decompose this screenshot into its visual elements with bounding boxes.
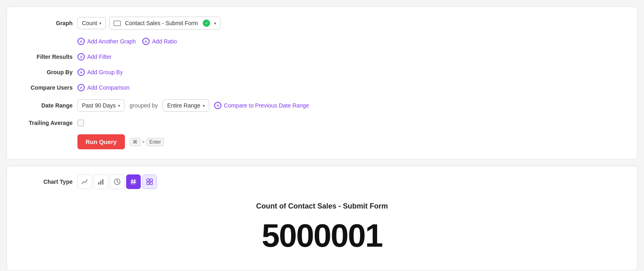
date-range-row: Date Range Past 90 Days ▾ grouped by Ent…	[20, 99, 624, 112]
filter-results-row: Filter Results + Add Filter	[20, 53, 624, 60]
group-by-row: Group By + Add Group By	[20, 69, 624, 76]
svg-rect-12	[147, 182, 149, 185]
date-range-value: Past 90 Days	[82, 102, 116, 109]
plus-circle-icon: +	[77, 84, 85, 91]
compare-date-label: Compare to Previous Date Range	[224, 102, 309, 109]
add-comparison-label: Add Comparison	[87, 84, 129, 91]
compare-date-button[interactable]: + Compare to Previous Date Range	[214, 102, 309, 109]
svg-rect-0	[98, 182, 99, 185]
chart-type-row: Chart Type	[20, 174, 624, 189]
plus-circle-icon: +	[77, 38, 85, 45]
plus-separator: +	[142, 139, 145, 145]
filter-label: Filter Results	[20, 54, 73, 60]
chevron-down-icon: ▾	[99, 21, 101, 26]
grouped-by-label: grouped by	[129, 102, 158, 109]
bar-chart-icon	[97, 178, 105, 185]
add-filter-label: Add Filter	[87, 54, 112, 60]
add-graph-button[interactable]: + Add Another Graph	[77, 38, 136, 45]
plus-circle-icon: +	[142, 38, 150, 45]
form-dropdown[interactable]: Contact Sales - Submit Form ✓ ▾	[109, 17, 221, 30]
clock-chart-button[interactable]	[110, 174, 125, 189]
chevron-down-icon: ▾	[203, 103, 205, 108]
entire-range-value: Entire Range	[167, 102, 200, 109]
svg-rect-1	[100, 181, 101, 185]
plus-circle-icon: +	[77, 69, 85, 76]
run-query-row: Run Query ⌘ + Enter	[77, 134, 624, 149]
query-builder-section: Graph Count ▾ Contact Sales - Submit For…	[6, 6, 638, 159]
keyboard-shortcut: ⌘ + Enter	[130, 138, 164, 146]
trailing-average-row: Trailing Average	[20, 120, 624, 126]
run-query-label: Run Query	[86, 138, 117, 145]
result-title: Count of Contact Sales - Submit Form	[20, 202, 624, 211]
add-ratio-button[interactable]: + Add Ratio	[142, 38, 177, 45]
compare-users-row: Compare Users + Add Comparison	[20, 84, 624, 91]
count-dropdown[interactable]: Count ▾	[77, 17, 106, 29]
entire-range-dropdown[interactable]: Entire Range ▾	[163, 99, 209, 112]
graph-row: Graph Count ▾ Contact Sales - Submit For…	[20, 17, 624, 30]
add-ratio-label: Add Ratio	[152, 38, 177, 45]
chart-section: Chart Type	[6, 166, 638, 271]
add-filter-button[interactable]: + Add Filter	[77, 53, 112, 60]
group-label: Group By	[20, 69, 73, 75]
add-graph-ratio-row: + Add Another Graph + Add Ratio	[77, 38, 624, 45]
graph-controls: Count ▾ Contact Sales - Submit Form ✓ ▾	[77, 17, 221, 30]
plus-circle-icon: +	[77, 53, 85, 60]
add-group-label: Add Group By	[87, 69, 123, 75]
svg-rect-13	[150, 182, 152, 185]
chart-icon-group	[77, 174, 157, 189]
form-icon	[114, 21, 121, 26]
line-chart-button[interactable]	[77, 174, 92, 189]
grid-chart-button[interactable]	[142, 174, 157, 189]
svg-line-7	[134, 179, 135, 184]
compare-label: Compare Users	[20, 84, 73, 91]
trailing-average-checkbox[interactable]	[77, 120, 84, 126]
svg-line-6	[132, 179, 132, 184]
line-chart-icon	[81, 178, 88, 185]
check-icon: ✓	[203, 19, 210, 27]
svg-rect-11	[150, 179, 152, 181]
graph-label: Graph	[20, 20, 73, 26]
date-range-dropdown[interactable]: Past 90 Days ▾	[77, 99, 125, 112]
chevron-down-icon: ▾	[118, 103, 120, 108]
plus-circle-icon: +	[214, 102, 221, 109]
date-range-label: Date Range	[20, 102, 73, 109]
add-group-button[interactable]: + Add Group By	[77, 69, 123, 76]
svg-line-5	[117, 182, 119, 183]
clock-icon	[114, 178, 121, 185]
chevron-down-icon: ▾	[214, 21, 216, 26]
trailing-label: Trailing Average	[20, 120, 73, 126]
svg-rect-2	[102, 179, 103, 185]
form-value: Contact Sales - Submit Form	[125, 20, 198, 26]
enter-key: Enter	[146, 138, 164, 146]
count-value: Count	[82, 20, 97, 26]
add-comparison-button[interactable]: + Add Comparison	[77, 84, 129, 91]
chart-type-label: Chart Type	[20, 179, 73, 185]
add-graph-label: Add Another Graph	[87, 38, 136, 45]
grid-icon	[146, 178, 153, 185]
hash-chart-button[interactable]	[126, 174, 141, 189]
run-query-button[interactable]: Run Query	[77, 134, 125, 149]
hash-icon	[130, 178, 137, 185]
svg-rect-10	[147, 179, 149, 181]
cmd-key: ⌘	[130, 138, 140, 146]
bar-chart-button[interactable]	[94, 174, 108, 189]
result-number: 5000001	[20, 217, 624, 254]
